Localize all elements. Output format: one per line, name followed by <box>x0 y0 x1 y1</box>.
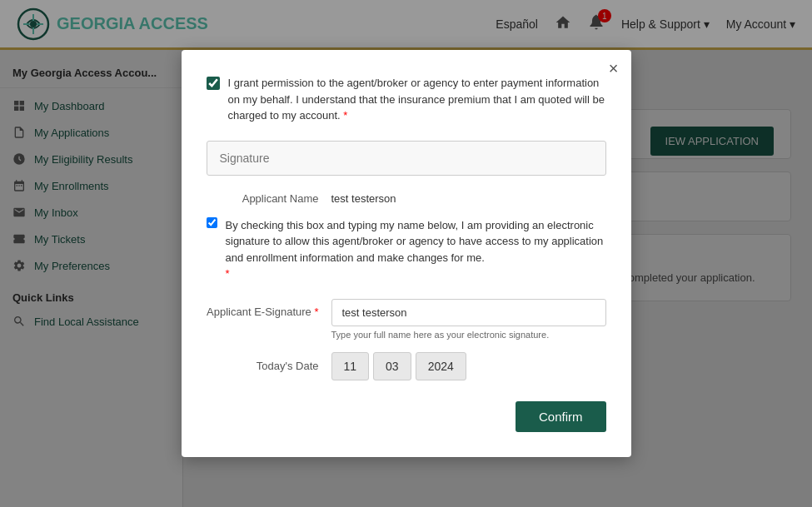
applicant-name-row: Applicant Name test testerson <box>207 192 606 205</box>
confirm-btn-row: Confirm <box>207 401 606 432</box>
date-year: 2024 <box>416 352 466 380</box>
permission-checkbox-label: I grant permission to the agent/broker o… <box>228 75 606 124</box>
modal-close-button[interactable]: × <box>609 60 619 77</box>
applicant-name-value: test testerson <box>331 192 396 205</box>
esig-label: Applicant E-Signature * <box>207 299 331 318</box>
date-fields: 11 03 2024 <box>331 352 466 380</box>
esig-row: Applicant E-Signature * Type your full n… <box>207 299 606 340</box>
confirm-button[interactable]: Confirm <box>516 401 606 432</box>
modal-overlay: × I grant permission to the agent/broker… <box>0 0 812 507</box>
esig-checkbox[interactable] <box>207 217 217 228</box>
modal-dialog: × I grant permission to the agent/broker… <box>182 50 631 457</box>
date-day: 03 <box>373 352 411 380</box>
date-month: 11 <box>331 352 370 380</box>
permission-checkbox-row: I grant permission to the agent/broker o… <box>207 75 606 124</box>
esig-checkbox-label: By checking this box and typing my name … <box>226 217 606 282</box>
esig-checkbox-row: By checking this box and typing my name … <box>207 217 606 282</box>
esig-input[interactable] <box>331 299 606 326</box>
signature-input[interactable] <box>207 141 606 176</box>
date-row: Today's Date 11 03 2024 <box>207 352 606 380</box>
date-label: Today's Date <box>207 360 331 372</box>
esig-hint: Type your full name here as your electro… <box>331 330 606 340</box>
applicant-name-label: Applicant Name <box>207 192 331 205</box>
permission-checkbox[interactable] <box>207 77 220 90</box>
esig-input-wrap: Type your full name here as your electro… <box>331 299 606 340</box>
